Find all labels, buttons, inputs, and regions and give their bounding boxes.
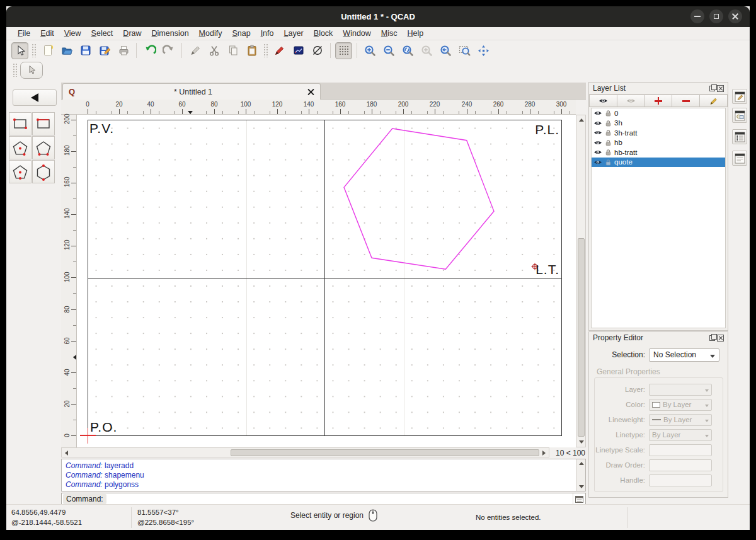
menu-misc[interactable]: Misc xyxy=(376,28,403,39)
layer-list-title-bar[interactable]: Layer List xyxy=(589,83,728,94)
maximize-button[interactable] xyxy=(709,9,723,23)
menu-modify[interactable]: Modify xyxy=(194,28,227,39)
float-panel-icon[interactable] xyxy=(709,86,715,91)
reset-button[interactable] xyxy=(309,42,326,59)
menu-edit[interactable]: Edit xyxy=(35,28,59,39)
cut-button[interactable] xyxy=(205,42,222,59)
linetype-dropdown[interactable]: By Layer xyxy=(649,429,712,441)
horizontal-scrollbar[interactable] xyxy=(61,447,549,457)
vertical-scrollbar[interactable] xyxy=(576,115,586,447)
layer-row[interactable]: 3h xyxy=(592,118,725,129)
layer-list-toggle[interactable] xyxy=(732,129,747,144)
add-layer-button[interactable] xyxy=(645,95,673,107)
menu-block[interactable]: Block xyxy=(309,28,338,39)
document-tab[interactable]: Q * Untitled 1 xyxy=(62,83,321,100)
new-file-button[interactable] xyxy=(39,42,56,59)
chevron-down-icon xyxy=(705,420,709,422)
rectangle-2corners-tool[interactable] xyxy=(9,112,32,135)
scroll-down-icon[interactable] xyxy=(579,485,584,488)
print-button[interactable] xyxy=(115,42,132,59)
save-as-button[interactable] xyxy=(96,42,113,59)
title-bar[interactable]: Untitled 1 * - QCAD xyxy=(6,6,750,27)
hexagon-entity[interactable] xyxy=(77,115,576,447)
layer-row[interactable]: 3h-tratt xyxy=(592,128,725,138)
selection-dropdown[interactable]: No Selection xyxy=(649,348,719,362)
zoom-selection-button[interactable] xyxy=(418,42,435,59)
linetype-scale-input[interactable] xyxy=(649,444,712,456)
scrollbar-thumb[interactable] xyxy=(578,238,585,437)
pen-button[interactable] xyxy=(186,42,203,59)
scroll-left-icon[interactable] xyxy=(65,451,68,456)
menu-snap[interactable]: Snap xyxy=(227,28,255,39)
history-scrollbar[interactable] xyxy=(576,459,585,491)
menu-draw[interactable]: Draw xyxy=(118,28,146,39)
command-options-button[interactable] xyxy=(573,493,585,505)
command-input[interactable] xyxy=(106,494,573,504)
draw-order-input[interactable] xyxy=(649,459,712,471)
layer-dropdown[interactable] xyxy=(649,384,712,396)
layer-row[interactable]: hb xyxy=(592,138,725,148)
layer-row-selected[interactable]: quote xyxy=(592,158,725,168)
menu-view[interactable]: View xyxy=(59,28,86,39)
paste-button[interactable] xyxy=(243,42,260,59)
tab-close-icon[interactable] xyxy=(307,88,314,95)
undo-button[interactable] xyxy=(141,42,158,59)
scrollbar-thumb[interactable] xyxy=(231,449,539,456)
rectangle-size-tool[interactable] xyxy=(32,112,55,135)
scroll-up-icon[interactable] xyxy=(579,462,584,465)
menu-info[interactable]: Info xyxy=(256,28,279,39)
back-button[interactable] xyxy=(13,89,57,106)
scroll-right-icon[interactable] xyxy=(542,451,546,456)
float-panel-icon[interactable] xyxy=(709,335,715,341)
layer-row[interactable]: hb-tratt xyxy=(592,147,725,158)
toolbar-grip[interactable] xyxy=(13,63,17,77)
grid-toggle-button[interactable] xyxy=(335,42,352,59)
polygon-center-side-tool[interactable] xyxy=(9,160,32,183)
copy-button[interactable] xyxy=(224,42,241,59)
drawing-canvas[interactable]: P.V. P.L. L.T. P.O. xyxy=(77,115,576,447)
close-panel-icon[interactable] xyxy=(717,85,724,92)
show-all-layers-button[interactable] xyxy=(589,95,617,107)
drawing-preferences-button[interactable] xyxy=(271,42,288,59)
redo-button[interactable] xyxy=(160,42,177,59)
auto-zoom-button[interactable] xyxy=(399,42,416,59)
menu-window[interactable]: Window xyxy=(338,28,375,39)
previous-view-button[interactable] xyxy=(437,42,454,59)
edit-layer-button[interactable] xyxy=(700,95,728,107)
layer-list-panel: Layer List xyxy=(588,82,728,331)
selection-tool-button[interactable] xyxy=(20,62,43,79)
selection-pointer-button[interactable] xyxy=(11,42,28,59)
menu-layer[interactable]: Layer xyxy=(279,28,309,39)
handle-input[interactable] xyxy=(649,474,712,486)
minimize-button[interactable] xyxy=(690,9,704,23)
toolbar-grip[interactable] xyxy=(263,43,268,57)
application-preferences-button[interactable] xyxy=(290,42,307,59)
property-editor-toggle[interactable] xyxy=(732,89,747,104)
polygon-center-corner-tool[interactable] xyxy=(9,136,32,159)
menu-help[interactable]: Help xyxy=(403,28,429,39)
zoom-window-button[interactable] xyxy=(456,42,473,59)
remove-layer-button[interactable] xyxy=(672,95,700,107)
scroll-down-icon[interactable] xyxy=(579,440,584,444)
layer-row[interactable]: 0 xyxy=(592,108,725,118)
menu-dimension[interactable]: Dimension xyxy=(147,28,194,39)
zoom-out-button[interactable] xyxy=(381,42,398,59)
block-list-toggle[interactable] xyxy=(732,108,747,123)
close-panel-icon[interactable] xyxy=(717,335,724,342)
pan-button[interactable] xyxy=(475,42,492,59)
close-button[interactable] xyxy=(728,9,742,23)
menu-file[interactable]: File xyxy=(13,28,35,39)
polygon-side-side-tool[interactable] xyxy=(32,160,55,183)
save-button[interactable] xyxy=(77,42,94,59)
zoom-in-button[interactable] xyxy=(362,42,379,59)
color-dropdown[interactable]: By Layer xyxy=(649,399,712,411)
hide-all-layers-button[interactable] xyxy=(617,95,645,107)
lineweight-dropdown[interactable]: By Layer xyxy=(649,414,712,426)
menu-select[interactable]: Select xyxy=(86,28,118,39)
polygon-corner-corner-tool[interactable] xyxy=(32,136,55,159)
property-editor-title-bar[interactable]: Property Editor xyxy=(589,332,728,343)
open-file-button[interactable] xyxy=(58,42,75,59)
library-browser-toggle[interactable] xyxy=(732,151,747,166)
toolbar-grip[interactable] xyxy=(32,43,36,57)
scroll-up-icon[interactable] xyxy=(579,118,584,122)
